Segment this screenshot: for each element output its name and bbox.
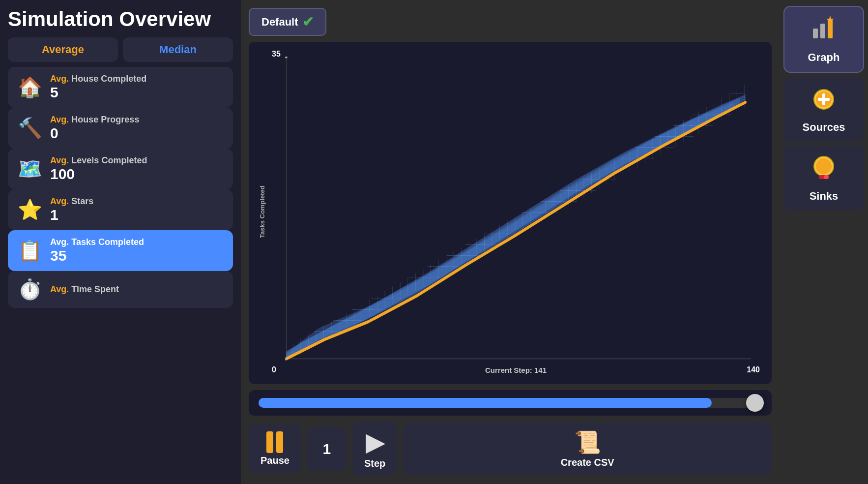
stat-icon-0: 🏠 — [17, 76, 43, 99]
stat-label-3: Avg. Stars — [50, 196, 93, 207]
stat-text-0: Avg. House Completed5 — [50, 74, 146, 101]
stat-card-1[interactable]: 🔨Avg. House Progress0 — [8, 108, 233, 149]
svg-rect-22 — [824, 175, 829, 179]
stat-label-1: Avg. House Progress — [50, 115, 139, 125]
sinks-icon — [810, 153, 837, 186]
chart-svg — [270, 50, 762, 374]
x-max-label: 140 — [747, 365, 760, 374]
stat-value-3: 1 — [50, 207, 93, 223]
stat-card-0[interactable]: 🏠Avg. House Completed5 — [8, 67, 233, 108]
csv-label: Create CSV — [561, 457, 614, 468]
stat-card-3[interactable]: ⭐Avg. Stars1 — [8, 189, 233, 230]
csv-scroll-icon: 📜 — [574, 429, 601, 455]
left-panel: Simulation Overview Average Median 🏠Avg.… — [0, 0, 241, 484]
stat-icon-1: 🔨 — [17, 117, 43, 140]
pause-bar-right — [276, 431, 283, 453]
stat-value-2: 100 — [50, 166, 147, 182]
stat-label-0: Avg. House Completed — [50, 74, 146, 84]
stat-text-3: Avg. Stars1 — [50, 196, 93, 223]
stat-label-4: Avg. Tasks Completed — [50, 237, 144, 247]
controls-row: Pause 1 ▶ Step 📜 Create CSV — [249, 422, 772, 476]
graph-sidebar-label: Graph — [808, 51, 840, 64]
graph-icon — [810, 15, 837, 47]
svg-rect-12 — [820, 24, 825, 38]
graph-inner: Tasks Completed 35 — [259, 50, 762, 374]
step-button[interactable]: ▶ Step — [352, 422, 397, 476]
stat-text-4: Avg. Tasks Completed35 — [50, 237, 144, 264]
main-center: Default ✔ Tasks Completed 35 — [241, 0, 780, 484]
svg-rect-18 — [818, 98, 830, 101]
current-step-label: Current Step: 141 — [485, 366, 547, 374]
stat-value-1: 0 — [50, 125, 139, 142]
stat-icon-2: 🗺️ — [17, 157, 43, 181]
sinks-sidebar-label: Sinks — [810, 190, 839, 203]
svg-rect-11 — [813, 29, 818, 38]
stat-text-5: Avg. Time Spent — [50, 284, 119, 295]
graph-area: 35 — [270, 50, 762, 374]
stat-label-2: Avg. Levels Completed — [50, 155, 147, 166]
step-arrow-icon: ▶ — [366, 428, 384, 456]
svg-point-20 — [816, 158, 832, 174]
stat-card-2[interactable]: 🗺️Avg. Levels Completed100 — [8, 149, 233, 189]
graph-container: Tasks Completed 35 — [249, 42, 772, 384]
stat-icon-4: 📋 — [17, 239, 43, 262]
median-tab[interactable]: Median — [123, 37, 233, 62]
stat-card-4[interactable]: 📋Avg. Tasks Completed35 — [8, 230, 233, 271]
pause-button[interactable]: Pause — [249, 424, 301, 473]
step-number-display: 1 — [307, 427, 347, 471]
y-axis-label: Tasks Completed — [259, 50, 266, 374]
sidebar-item-sources[interactable]: Sources — [783, 77, 864, 142]
default-label: Default — [261, 16, 298, 29]
pause-icon — [266, 431, 283, 453]
sources-sidebar-label: Sources — [803, 121, 845, 134]
slider-thumb[interactable] — [746, 394, 764, 412]
x-min-label: 0 — [272, 365, 276, 374]
create-csv-button[interactable]: 📜 Create CSV — [403, 423, 772, 475]
stat-label-5: Avg. Time Spent — [50, 284, 119, 295]
stat-cards-container: 🏠Avg. House Completed5🔨Avg. House Progre… — [8, 67, 233, 308]
pause-bar-left — [266, 431, 273, 453]
stat-icon-5: ⏱️ — [17, 278, 43, 301]
slider-container — [249, 390, 772, 416]
slider-track[interactable] — [259, 398, 762, 408]
right-sidebar: Graph Sources Sinks — [780, 0, 868, 484]
sources-icon — [810, 85, 837, 117]
average-tab[interactable]: Average — [8, 37, 118, 62]
stat-card-5[interactable]: ⏱️Avg. Time Spent — [8, 271, 233, 308]
stat-value-4: 35 — [50, 247, 144, 264]
avg-med-row: Average Median — [8, 37, 233, 62]
page-title: Simulation Overview — [8, 8, 233, 30]
stat-value-0: 5 — [50, 84, 146, 101]
stat-text-1: Avg. House Progress0 — [50, 115, 139, 142]
default-button[interactable]: Default ✔ — [249, 8, 326, 36]
slider-fill — [259, 398, 712, 408]
sidebar-item-graph[interactable]: Graph — [783, 6, 864, 73]
step-label: Step — [364, 458, 385, 469]
top-bar: Default ✔ — [249, 8, 772, 36]
pause-label: Pause — [260, 455, 289, 466]
stat-text-2: Avg. Levels Completed100 — [50, 155, 147, 182]
sidebar-item-sinks[interactable]: Sinks — [783, 146, 864, 211]
svg-marker-7 — [286, 85, 745, 359]
checkmark-icon: ✔ — [302, 14, 314, 30]
stat-icon-3: ⭐ — [17, 198, 43, 221]
